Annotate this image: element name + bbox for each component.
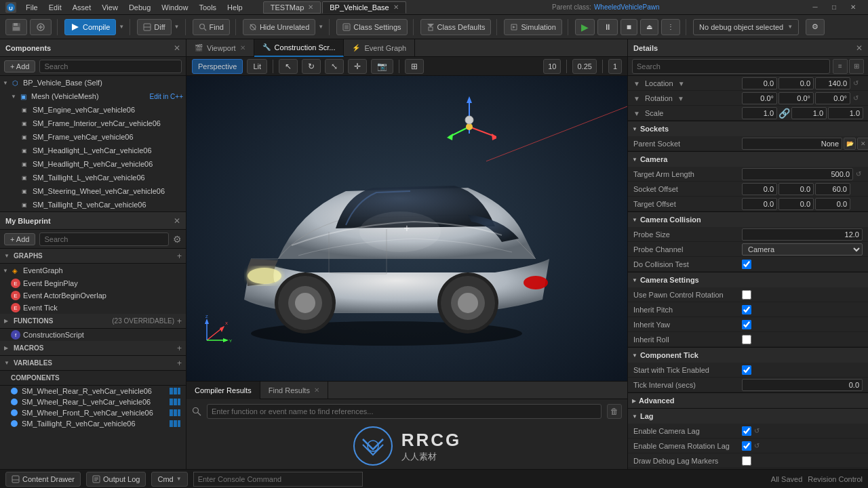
maximize-button[interactable]: □	[825, 0, 844, 15]
details-search-input[interactable]	[632, 59, 830, 74]
rotation-y[interactable]	[778, 92, 814, 104]
macros-add-icon[interactable]: +	[177, 344, 182, 353]
advanced-header-1[interactable]: ▶ Advanced	[628, 393, 868, 408]
rotation-collapse[interactable]: ▼	[633, 95, 640, 102]
location-dropdown[interactable]: ▼	[678, 80, 685, 87]
play-button[interactable]: ▶	[575, 19, 595, 35]
tree-sm-taillight-l[interactable]: ▣SM_Taillight_L_vehCar_vehicle06	[0, 171, 186, 184]
debug-object-dropdown[interactable]: No debug object selected ▼	[693, 19, 799, 35]
camera-tool[interactable]: 📷	[371, 59, 393, 74]
event-tick[interactable]: E Event Tick	[0, 302, 186, 314]
save-button[interactable]	[5, 19, 27, 35]
var-wheel-rr[interactable]: SM_Wheel_Rear_R_vehCar_vehicle06	[0, 386, 186, 396]
play-options-button[interactable]: ⋮	[661, 19, 680, 35]
parent-socket-input[interactable]	[742, 138, 842, 150]
select-tool[interactable]: ↖	[279, 59, 298, 74]
scale-x[interactable]	[742, 107, 777, 119]
tab-construction-script[interactable]: 🔧 Construction Scr...	[254, 39, 344, 57]
var-taillight-r[interactable]: SM_Taillight_R_vehCar_vehicle06	[0, 418, 186, 429]
tree-sm-frame[interactable]: ▣SM_Frame_vehCar_vehicle06	[0, 130, 186, 144]
parent-socket-clear[interactable]: ✕	[857, 138, 868, 150]
probe-channel-select[interactable]: Camera	[742, 243, 863, 256]
probe-size-input[interactable]	[742, 228, 863, 241]
details-icon-2[interactable]: ⊞	[849, 59, 864, 74]
pause-button[interactable]: ⏸	[597, 19, 618, 35]
var-wheel-rl[interactable]: SM_Wheel_Rear_L_vehCar_vehicle06	[0, 396, 186, 407]
icon-button-2[interactable]	[30, 19, 52, 35]
event-graph-item[interactable]: ▼ ◈ EventGraph	[0, 264, 186, 277]
rotation-reset[interactable]: ↺	[852, 94, 860, 102]
perspective-button[interactable]: Perspective	[192, 59, 243, 74]
camera-settings-header[interactable]: ▼ Camera Settings	[628, 272, 868, 287]
hide-unrelated-button[interactable]: Hide Unrelated	[243, 19, 315, 35]
parent-socket-browse[interactable]: 📂	[844, 138, 856, 150]
components-search-input[interactable]	[39, 60, 182, 73]
rotate-tool[interactable]: ↻	[302, 59, 321, 74]
menu-tools[interactable]: Tools	[195, 2, 220, 13]
tree-sm-headlight-l[interactable]: ▣SM_Headlight_L_vehCar_vehicle06	[0, 144, 186, 157]
find-results-close[interactable]: ✕	[314, 386, 319, 394]
console-command-input[interactable]	[193, 472, 363, 487]
camera-collision-header[interactable]: ▼ Camera Collision	[628, 212, 868, 227]
location-collapse[interactable]: ▼	[633, 80, 640, 87]
scale-y[interactable]	[791, 107, 827, 119]
location-reset[interactable]: ↺	[852, 79, 860, 87]
class-settings-button[interactable]: Class Settings	[336, 19, 407, 35]
close-button[interactable]: ✕	[844, 0, 863, 15]
draw-debug-lag-checkbox[interactable]	[742, 456, 751, 466]
event-actor-begin-overlap[interactable]: E Event ActorBeginOverlap	[0, 289, 186, 302]
socket-offset-z[interactable]	[815, 183, 850, 195]
enable-camera-lag-reset[interactable]: ↺	[753, 427, 761, 434]
lag-header[interactable]: ▼ Lag	[628, 409, 868, 424]
enable-camera-rotation-lag-reset[interactable]: ↺	[753, 442, 761, 449]
target-offset-x[interactable]	[742, 198, 777, 210]
sockets-header[interactable]: ▼ Sockets	[628, 121, 868, 136]
variables-add-icon[interactable]: +	[177, 359, 182, 368]
tab-viewport[interactable]: 🎬 Viewport ✕	[186, 39, 254, 57]
inherit-roll-checkbox[interactable]	[742, 335, 751, 344]
scale-collapse[interactable]: ▼	[633, 110, 640, 117]
diff-button[interactable]: Diff	[137, 19, 171, 35]
target-arm-length-input[interactable]	[742, 168, 853, 180]
compiler-results-tab[interactable]: Compiler Results	[186, 382, 260, 399]
inherit-yaw-checkbox[interactable]	[742, 320, 751, 329]
viewport-3d[interactable]: + X Z Y	[186, 76, 627, 381]
var-wheel-fr[interactable]: SM_Wheel_Front_R_vehCar_vehicle06	[0, 407, 186, 418]
content-drawer-button[interactable]: Content Drawer	[5, 472, 81, 487]
location-z[interactable]	[815, 77, 850, 89]
tab-bp-vehicle-base[interactable]: BP_Vehicle_Base ✕	[322, 1, 406, 14]
graphs-add-icon[interactable]: +	[177, 251, 182, 261]
socket-offset-x[interactable]	[742, 183, 777, 195]
scale-link-icon[interactable]: 🔗	[778, 108, 790, 119]
find-references-input[interactable]	[207, 404, 601, 419]
rotation-x[interactable]	[742, 92, 777, 104]
viewport-tab-close[interactable]: ✕	[240, 44, 245, 52]
tab-event-graph[interactable]: ⚡ Event Graph	[344, 39, 415, 57]
lit-button[interactable]: Lit	[247, 59, 267, 74]
inherit-pitch-checkbox[interactable]	[742, 305, 751, 314]
variables-section-header[interactable]: ▼ VARIABLES +	[0, 356, 186, 371]
menu-debug[interactable]: Debug	[125, 2, 155, 13]
menu-window[interactable]: Window	[157, 2, 192, 13]
minimize-button[interactable]: ─	[806, 0, 825, 15]
edit-in-cpp-link[interactable]: Edit in C++	[150, 93, 183, 100]
camera-header[interactable]: ▼ Camera	[628, 152, 868, 167]
tab-bp-vehicle-base-close[interactable]: ✕	[393, 3, 399, 11]
blueprint-search-input[interactable]	[39, 232, 169, 246]
class-defaults-button[interactable]: Class Defaults	[420, 19, 492, 35]
target-offset-y[interactable]	[778, 198, 814, 210]
enable-camera-rotation-lag-checkbox[interactable]	[742, 441, 751, 451]
menu-asset[interactable]: Asset	[68, 2, 96, 13]
location-x[interactable]	[742, 77, 777, 89]
rotation-dropdown[interactable]: ▼	[677, 95, 684, 102]
enable-camera-lag-checkbox[interactable]	[742, 426, 751, 436]
tree-sm-engine[interactable]: ▣SM_Engine_vehCar_vehicle06	[0, 103, 186, 117]
menu-view[interactable]: View	[98, 2, 122, 13]
graphs-section-header[interactable]: ▼ GRAPHS +	[0, 249, 186, 264]
parent-class-value[interactable]: WheeledVehiclePawn	[594, 3, 660, 11]
find-results-tab[interactable]: Find Results ✕	[260, 382, 328, 399]
scale-z[interactable]	[828, 107, 863, 119]
menu-help[interactable]: Help	[223, 2, 247, 13]
stop-button[interactable]: ■	[620, 19, 637, 35]
simulation-button[interactable]: Simulation	[504, 19, 561, 35]
